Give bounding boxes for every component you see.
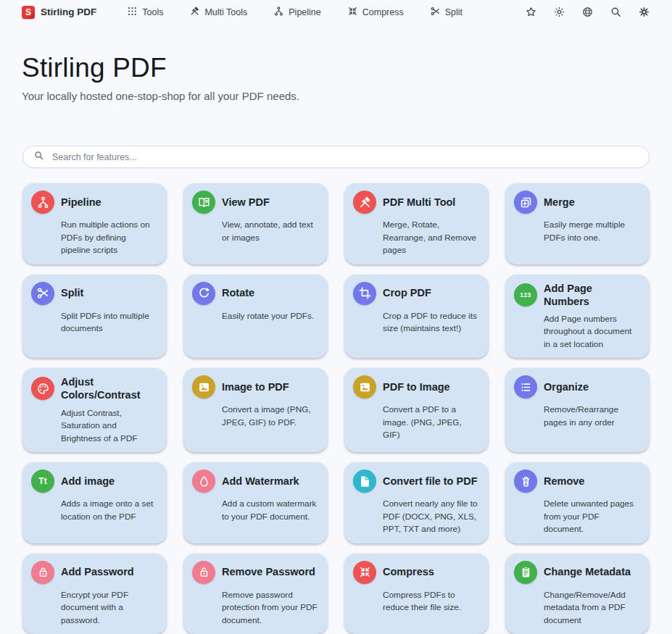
card-add-image[interactable]: TtAdd imageAdds a image onto a set locat… — [22, 462, 167, 543]
card-description: Change/Remove/Add metadata from a PDF do… — [544, 589, 640, 627]
page-title: Stirling PDF — [22, 53, 650, 83]
list-icon — [514, 375, 537, 399]
merge-icon — [514, 191, 537, 214]
card-pdf-multi-tool[interactable]: PDF Multi ToolMerge, Rotate, Rearrange, … — [344, 183, 489, 264]
search-icon — [33, 150, 44, 164]
grid-icon — [127, 6, 138, 19]
card-pdf-to-image[interactable]: PDF to ImageConvert a PDF to a image. (P… — [344, 368, 489, 452]
card-description: Compress PDFs to reduce their file size. — [383, 589, 479, 614]
card-organize[interactable]: OrganizeRemove/Rearrange pages in any or… — [505, 368, 650, 452]
droplet-icon — [192, 470, 215, 493]
card-description: Delete unwanted pages from your PDF docu… — [544, 498, 640, 536]
top-navbar: S Stirling PDF ToolsMulti ToolsPipelineC… — [0, 0, 672, 24]
lock-icon — [31, 561, 54, 584]
compress-icon — [347, 6, 358, 19]
card-title: Crop PDF — [383, 286, 431, 299]
card-add-watermark[interactable]: Add WatermarkAdd a custom watermark to y… — [183, 462, 328, 543]
card-title: Adjust Colors/Contrast — [61, 375, 157, 401]
card-split[interactable]: SplitSplit PDFs into multiple documents — [22, 275, 167, 359]
card-description: Run multiple actions on PDFs by defining… — [61, 219, 157, 257]
nav-item-label: Multi Tools — [204, 7, 247, 17]
nav-item-compress[interactable]: Compress — [347, 6, 404, 19]
card-adjust-colors-contrast[interactable]: Adjust Colors/ContrastAdjust Contrast, S… — [22, 368, 167, 452]
navbar-action-icons — [525, 6, 650, 18]
card-convert-file-to-pdf[interactable]: Convert file to PDFConvert nearly any fi… — [344, 462, 489, 543]
card-view-pdf[interactable]: View PDFView, annotate, add text or imag… — [183, 183, 328, 264]
card-title: Remove Password — [222, 565, 315, 578]
card-title: Change Metadata — [544, 565, 631, 578]
clipboard-icon — [514, 561, 537, 584]
card-title: Merge — [544, 196, 575, 209]
feature-searchbar[interactable] — [22, 146, 650, 168]
card-description: Adds a image onto a set location on the … — [61, 498, 157, 523]
card-crop-pdf[interactable]: Crop PDFCrop a PDF to reduce its size (m… — [344, 275, 489, 359]
page-subtitle: Your locally hosted one-stop-shop for al… — [22, 90, 650, 102]
tool-card-grid: PipelineRun multiple actions on PDFs by … — [22, 183, 650, 634]
brand-label: Stirling PDF — [41, 7, 96, 17]
pipeline-icon — [31, 191, 54, 214]
nav-item-tools[interactable]: Tools — [127, 6, 163, 19]
card-description: Easily rotate your PDFs. — [222, 310, 318, 323]
card-title: Add Watermark — [222, 475, 299, 488]
theme-brightness-icon[interactable] — [553, 6, 565, 18]
card-title: Convert file to PDF — [383, 475, 478, 488]
nav-item-split[interactable]: Split — [430, 6, 462, 19]
card-description: Merge, Rotate, Rearrange, and Remove pag… — [383, 219, 479, 257]
pipeline-icon — [273, 6, 284, 19]
card-remove[interactable]: RemoveDelete unwanted pages from your PD… — [505, 462, 650, 543]
card-description: Convert a image (PNG, JPEG, GIF) to PDF. — [222, 404, 318, 429]
card-title: PDF Multi Tool — [383, 196, 455, 209]
card-title: Add image — [61, 475, 115, 488]
file-icon — [353, 470, 376, 493]
card-description: Split PDFs into multiple documents — [61, 310, 157, 335]
rotate-icon — [192, 282, 215, 305]
palette-icon — [31, 377, 54, 400]
crop-icon — [353, 282, 376, 305]
card-title: PDF to Image — [383, 380, 450, 393]
nav-item-label: Tools — [142, 7, 163, 17]
card-image-to-pdf[interactable]: Image to PDFConvert a image (PNG, JPEG, … — [183, 368, 328, 452]
card-title: Split — [61, 286, 83, 299]
card-description: Add Page numbers throughout a document i… — [544, 313, 640, 351]
card-pipeline[interactable]: PipelineRun multiple actions on PDFs by … — [22, 183, 167, 264]
favourite-star-icon[interactable] — [525, 6, 537, 18]
nav-item-multi-tools[interactable]: Multi Tools — [189, 6, 247, 19]
card-description: Add a custom watermark to your PDF docum… — [222, 498, 318, 523]
scissors-icon — [31, 282, 54, 305]
card-title: Compress — [383, 565, 434, 578]
page-numbers-icon: 123 — [514, 283, 537, 306]
language-globe-icon[interactable] — [581, 6, 594, 18]
card-change-metadata[interactable]: Change MetadataChange/Remove/Add metadat… — [505, 554, 650, 634]
settings-gear-icon[interactable] — [638, 6, 650, 18]
card-title: View PDF — [222, 196, 270, 209]
unlock-icon — [192, 561, 215, 584]
card-add-page-numbers[interactable]: 123Add Page NumbersAdd Page numbers thro… — [505, 275, 650, 359]
card-add-password[interactable]: Add PasswordEncrypt your PDF document wi… — [22, 554, 167, 634]
card-title: Add Page Numbers — [544, 282, 640, 308]
card-compress[interactable]: CompressCompress PDFs to reduce their fi… — [344, 554, 489, 634]
feature-search-input[interactable] — [52, 152, 639, 162]
card-title: Organize — [544, 380, 589, 393]
nav-item-pipeline[interactable]: Pipeline — [273, 6, 320, 19]
search-icon[interactable] — [610, 6, 622, 18]
card-merge[interactable]: MergeEasily merge multiple PDFs into one… — [505, 183, 650, 264]
image-icon — [192, 375, 215, 399]
card-description: Easily merge multiple PDFs into one. — [544, 219, 640, 244]
card-description: Encrypt your PDF document with a passwor… — [61, 589, 157, 627]
scissors-icon — [430, 6, 441, 19]
nav-item-label: Split — [445, 7, 462, 17]
card-description: Crop a PDF to reduce its size (maintains… — [383, 310, 479, 335]
book-icon — [192, 191, 215, 214]
text-Tt-icon: Tt — [31, 470, 54, 493]
card-rotate[interactable]: RotateEasily rotate your PDFs. — [183, 275, 328, 359]
card-remove-password[interactable]: Remove PasswordRemove password protectio… — [183, 554, 328, 634]
brand[interactable]: S Stirling PDF — [22, 6, 96, 19]
multi-tools-icon — [189, 6, 200, 19]
card-description: Remove/Rearrange pages in any order — [544, 404, 640, 429]
stirling-logo-icon: S — [22, 6, 35, 19]
card-description: Adjust Contrast, Saturation and Brightne… — [61, 407, 157, 446]
nav-items: ToolsMulti ToolsPipelineCompressSplit — [127, 6, 462, 19]
multi-tools-icon — [353, 191, 376, 214]
card-title: Image to PDF — [222, 380, 289, 393]
card-description: Remove password protection from your PDF… — [222, 589, 318, 627]
